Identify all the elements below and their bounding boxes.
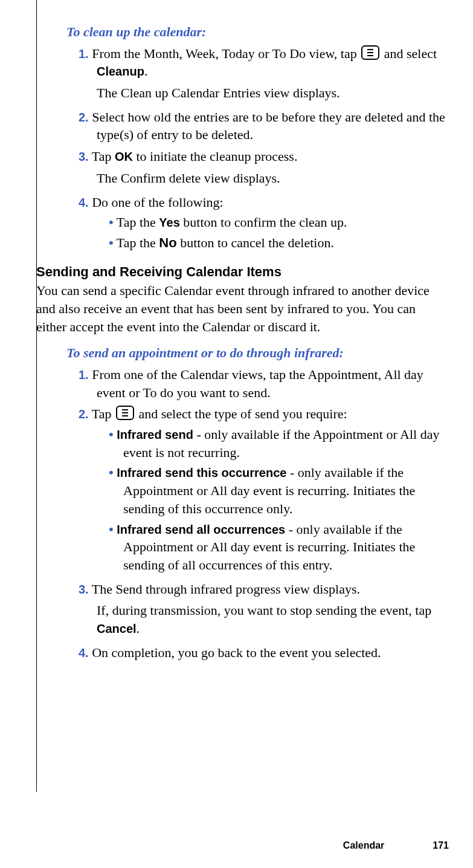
step-text: From one of the Calendar views, tap the … xyxy=(92,367,423,400)
bullet-item-infrared-all: • Infrared send all occurrences - only a… xyxy=(109,520,449,574)
step-text: to initiate the cleanup process. xyxy=(133,149,297,164)
bullet-text: button to confirm the clean up. xyxy=(180,215,347,230)
infrared-step-3: 3. The Send through infrared progress vi… xyxy=(79,580,449,638)
bullet-icon: • xyxy=(109,235,114,250)
left-margin-rule xyxy=(36,0,37,792)
page-footer: Calendar171 xyxy=(343,840,449,851)
step-number: 2. xyxy=(79,407,89,421)
no-label: No xyxy=(159,235,176,250)
infrared-step-1: 1. From one of the Calendar views, tap t… xyxy=(79,366,449,401)
step-text: Do one of the following: xyxy=(92,195,224,210)
cleanup-step-1: 1. From the Month, Week, Today or To Do … xyxy=(79,45,449,102)
task-title-infrared: To send an appointment or to do through … xyxy=(66,344,449,362)
step-text: Tap xyxy=(92,149,115,164)
step-result: The Confirm delete view displays. xyxy=(97,169,449,187)
bullet-item-infrared-send: • Infrared send - only available if the … xyxy=(109,426,449,461)
infrared-step-4: 4. On completion, you go back to the eve… xyxy=(79,644,449,662)
bullet-icon: • xyxy=(109,215,114,230)
section-intro: You can send a specific Calendar event t… xyxy=(36,282,449,335)
ok-label: OK xyxy=(115,150,133,163)
bullet-item-yes: • Tap the Yes button to confirm the clea… xyxy=(109,213,449,232)
page: To clean up the calendar: 1. From the Mo… xyxy=(0,0,473,868)
infrared-send-all-label: Infrared send all occurrences xyxy=(117,523,285,536)
step-result-text: . xyxy=(137,621,140,636)
bullet-text: Tap the xyxy=(117,235,159,250)
cancel-label: Cancel xyxy=(97,622,137,635)
task-title-cleanup: To clean up the calendar: xyxy=(66,23,449,41)
infrared-step-2: 2. Tap and select the type of send you r… xyxy=(79,405,449,574)
step-result: The Clean up Calendar Entries view displ… xyxy=(97,84,449,102)
step-result: If, during transmission, you want to sto… xyxy=(97,601,449,637)
step-text: Tap xyxy=(92,406,115,421)
step-text: Select how old the entries are to be bef… xyxy=(92,109,445,143)
cleanup-step-4: 4. Do one of the following: • Tap the Ye… xyxy=(79,193,449,252)
bullet-text: Tap the xyxy=(117,215,159,230)
bullet-text: button to cancel the deletion. xyxy=(177,235,334,250)
bullet-item-infrared-this: • Infrared send this occurrence - only a… xyxy=(109,464,449,517)
bullet-list: • Tap the Yes button to confirm the clea… xyxy=(109,213,449,251)
step-text: From the Month, Week, Today or To Do vie… xyxy=(92,46,360,61)
cleanup-step-3: 3. Tap OK to initiate the cleanup proces… xyxy=(79,147,449,187)
footer-page-number: 171 xyxy=(433,840,449,850)
step-number: 1. xyxy=(79,47,89,60)
bullet-icon: • xyxy=(109,465,114,480)
step-text: . xyxy=(144,63,148,79)
step-number: 2. xyxy=(79,111,89,124)
step-text: and select the type of send you require: xyxy=(135,406,347,421)
step-text: and select xyxy=(381,46,437,61)
cleanup-step-2: 2. Select how old the entries are to be … xyxy=(79,108,449,144)
step-number: 1. xyxy=(79,368,89,381)
bullet-icon: • xyxy=(109,522,114,537)
infrared-send-label: Infrared send xyxy=(117,428,193,441)
bullet-item-no: • Tap the No button to cancel the deleti… xyxy=(109,234,449,252)
menu-icon xyxy=(116,406,134,420)
infrared-send-this-label: Infrared send this occurrence xyxy=(117,466,286,479)
step-number: 4. xyxy=(79,646,89,659)
step-number: 3. xyxy=(79,150,89,163)
footer-section: Calendar xyxy=(343,840,384,850)
body-text: To clean up the calendar: 1. From the Mo… xyxy=(66,23,449,661)
step-result-text: If, during transmission, you want to sto… xyxy=(97,603,431,618)
step-text: On completion, you go back to the event … xyxy=(92,645,381,660)
step-number: 3. xyxy=(79,583,89,596)
yes-label: Yes xyxy=(159,216,179,229)
cleanup-label: Cleanup xyxy=(97,65,144,78)
step-number: 4. xyxy=(79,196,89,209)
bullet-list: • Infrared send - only available if the … xyxy=(109,426,449,574)
bullet-icon: • xyxy=(109,427,114,442)
menu-icon xyxy=(361,45,379,60)
step-text: The Send through infrared progress view … xyxy=(92,581,360,597)
section-heading-sending: Sending and Receiving Calendar Items xyxy=(36,263,449,281)
